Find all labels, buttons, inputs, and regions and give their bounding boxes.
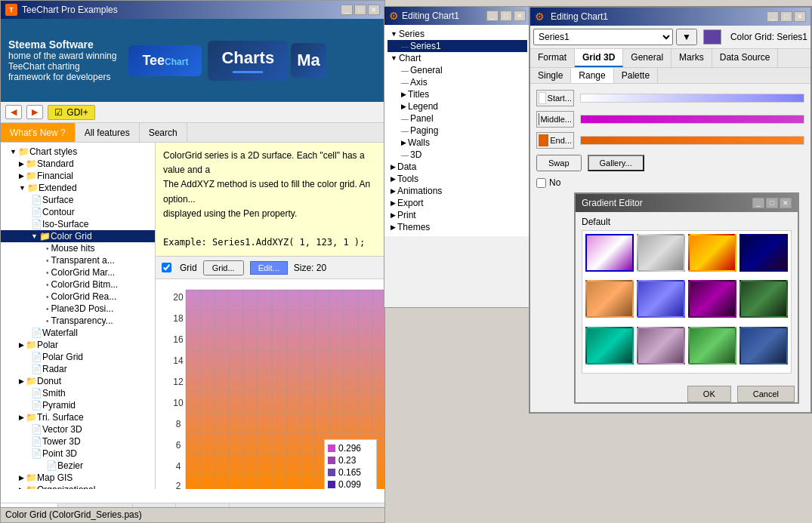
- edit-tree-paging[interactable]: — Paging: [387, 125, 527, 137]
- tree-item-vector3d[interactable]: 📄 Vector 3D: [1, 423, 155, 435]
- grid-checkbox[interactable]: [162, 263, 171, 272]
- series-close-btn[interactable]: ✕: [794, 11, 806, 22]
- subtab-palette[interactable]: Palette: [614, 68, 658, 83]
- nav-tab-whats-new[interactable]: What's New ?: [1, 123, 76, 142]
- subtab-range[interactable]: Range: [571, 68, 613, 83]
- edit-tree-3d[interactable]: — 3D: [387, 149, 527, 161]
- edit-tree-walls[interactable]: ▶ Walls: [387, 137, 527, 149]
- tree-item-extended[interactable]: ▼ 📁 Extended: [1, 182, 155, 194]
- edit-tree-themes[interactable]: ▶ Themes: [387, 221, 527, 233]
- tree-item-smith[interactable]: 📄 Smith: [1, 387, 155, 399]
- tree-item-color-grid[interactable]: ▼ 📁 Color Grid: [1, 230, 155, 242]
- tree-item-point3d[interactable]: 📄 Point 3D: [1, 448, 155, 460]
- tree-item-mouse-hits[interactable]: • Mouse hits: [1, 242, 155, 254]
- edit-tree-print[interactable]: ▶ Print: [387, 209, 527, 221]
- nav-tab-search[interactable]: Search: [140, 123, 187, 142]
- swap-btn[interactable]: Swap: [536, 155, 582, 171]
- tab-general[interactable]: General: [623, 49, 672, 67]
- edit-tree-series[interactable]: ▼ Series: [387, 28, 527, 40]
- tree-item-mapgis[interactable]: ▶ 📁 Map GIS: [1, 472, 155, 484]
- edit-close-btn[interactable]: ✕: [514, 11, 526, 21]
- grid-settings-btn[interactable]: Grid...: [203, 260, 244, 275]
- tree-item-polar-grid[interactable]: 📄 Polar Grid: [1, 351, 155, 363]
- edit-tree-data[interactable]: ▶ Data: [387, 161, 527, 173]
- edit-tree-legend[interactable]: ▶ Legend: [387, 100, 527, 112]
- minimize-btn[interactable]: _: [341, 5, 353, 15]
- tree-item-plane3d[interactable]: • Plane3D Posi...: [1, 303, 155, 315]
- gradient-swatch-3[interactable]: [739, 234, 788, 272]
- series-dropdown-btn[interactable]: ▼: [676, 29, 697, 45]
- end-slider[interactable]: [580, 136, 804, 145]
- tree-item-surface[interactable]: 📄 Surface: [1, 194, 155, 206]
- end-color-btn[interactable]: End...: [536, 132, 574, 149]
- tab-marks[interactable]: Marks: [672, 49, 712, 67]
- edit-tree-chart[interactable]: ▼ Chart: [387, 52, 527, 64]
- back-btn[interactable]: ◀: [5, 105, 22, 119]
- tree-item-contour[interactable]: 📄 Contour: [1, 206, 155, 218]
- tree-item-standard[interactable]: ▶ 📁 Standard: [1, 158, 155, 170]
- gradient-swatch-10[interactable]: [688, 327, 736, 365]
- edit-tree-panel[interactable]: — Panel: [387, 112, 527, 125]
- tree-item-radar[interactable]: 📄 Radar: [1, 363, 155, 375]
- edit-minimize-btn[interactable]: _: [486, 11, 499, 21]
- tree-item-waterfall[interactable]: 📄 Waterfall: [1, 327, 155, 339]
- edit-tree-titles[interactable]: ▶ Titles: [387, 88, 527, 100]
- series-dropdown[interactable]: Series1: [533, 29, 673, 45]
- middle-color-btn[interactable]: Middle...: [536, 111, 574, 128]
- gradient-maximize-btn[interactable]: □: [766, 198, 778, 208]
- tree-item-financial[interactable]: ▶ 📁 Financial: [1, 170, 155, 182]
- tab-format[interactable]: Format: [530, 49, 575, 67]
- tree-item-colorgrid-rea[interactable]: • ColorGrid Rea...: [1, 291, 155, 303]
- gradient-swatch-0[interactable]: [585, 234, 634, 272]
- gradient-swatch-2[interactable]: [688, 234, 736, 272]
- tree-item-transparency[interactable]: • Transparency...: [1, 315, 155, 327]
- forward-btn[interactable]: ▶: [26, 105, 43, 119]
- close-btn[interactable]: ✕: [368, 5, 380, 15]
- gradient-swatch-5[interactable]: [637, 280, 685, 318]
- gradient-swatch-4[interactable]: [585, 280, 634, 318]
- nav-tab-all-features[interactable]: All features: [76, 123, 140, 142]
- series-maximize-btn[interactable]: □: [780, 11, 792, 22]
- maximize-btn[interactable]: □: [354, 5, 366, 15]
- tree-item-donut[interactable]: ▶ 📁 Donut: [1, 375, 155, 387]
- gradient-swatch-7[interactable]: [739, 280, 788, 318]
- edit-tree-tools[interactable]: ▶ Tools: [387, 173, 527, 185]
- gallery-btn[interactable]: Gallery...: [588, 155, 644, 171]
- gradient-ok-btn[interactable]: OK: [687, 386, 731, 402]
- tree-item-colorgrid-mar[interactable]: • ColorGrid Mar...: [1, 266, 155, 278]
- tree-item-bezier[interactable]: 📄 Bezier: [1, 460, 155, 472]
- edit-tree-series1[interactable]: — Series1: [387, 40, 527, 52]
- gradient-swatch-11[interactable]: [739, 327, 788, 365]
- gradient-cancel-btn[interactable]: Cancel: [737, 386, 795, 402]
- tab-datasource[interactable]: Data Source: [712, 49, 779, 67]
- tree-item-organizational[interactable]: ▶ 📁 Organizational: [1, 484, 155, 489]
- tree-item-tower3d[interactable]: 📄 Tower 3D: [1, 435, 155, 448]
- gradient-swatch-9[interactable]: [637, 327, 685, 365]
- edit-tree-animations[interactable]: ▶ Animations: [387, 185, 527, 197]
- tree-item-iso[interactable]: 📄 Iso-Surface: [1, 218, 155, 230]
- gradient-minimize-btn[interactable]: _: [752, 198, 764, 208]
- edit-tree-axis[interactable]: — Axis: [387, 76, 527, 88]
- edit-tree-export[interactable]: ▶ Export: [387, 197, 527, 209]
- tree-item-transparent[interactable]: • Transparent a...: [1, 254, 155, 266]
- gradient-swatch-6[interactable]: [688, 280, 736, 318]
- start-slider[interactable]: [580, 94, 804, 103]
- edit-maximize-btn[interactable]: □: [500, 11, 512, 21]
- middle-slider[interactable]: [580, 115, 804, 124]
- tree-item-tri-surface[interactable]: ▶ 📁 Tri. Surface: [1, 411, 155, 423]
- subtab-single[interactable]: Single: [530, 68, 571, 83]
- tree-item-chart-styles[interactable]: ▼ 📁 Chart styles: [1, 146, 155, 158]
- tab-grid3d[interactable]: Grid 3D: [575, 49, 623, 67]
- gradient-close-btn[interactable]: ✕: [780, 198, 792, 208]
- tree-item-polar[interactable]: ▶ 📁 Polar: [1, 339, 155, 351]
- tree-item-colorgrid-bitm[interactable]: • ColorGrid Bitm...: [1, 278, 155, 291]
- gdi-btn[interactable]: ☑ GDI+: [48, 105, 95, 120]
- edit-btn[interactable]: Edit...: [250, 261, 288, 275]
- series-minimize-btn[interactable]: _: [767, 11, 779, 22]
- tree-item-pyramid[interactable]: 📄 Pyramid: [1, 399, 155, 411]
- no-checkbox[interactable]: [536, 178, 546, 188]
- gradient-swatch-8[interactable]: [585, 327, 634, 365]
- gradient-swatch-1[interactable]: [637, 234, 685, 272]
- edit-tree-general[interactable]: — General: [387, 64, 527, 76]
- start-color-btn[interactable]: Start...: [536, 90, 574, 106]
